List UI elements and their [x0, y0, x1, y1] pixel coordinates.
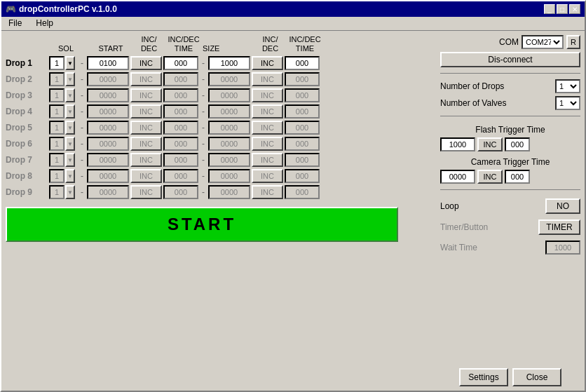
sol-input-1[interactable]: [49, 56, 64, 70]
dash-5: -: [79, 123, 86, 133]
app-icon: 🎮: [6, 4, 16, 14]
drop-row-6: Drop 6 ▼ - INC - INC: [6, 137, 435, 151]
sol-arrow-8: ▼: [65, 169, 75, 183]
header-size: SIZE: [203, 44, 210, 53]
menu-bar: File Help: [1, 17, 585, 31]
time2-input-8: [285, 169, 320, 183]
close-button-right[interactable]: Close: [512, 368, 561, 386]
dash-8: -: [79, 171, 86, 181]
flash-inc-button[interactable]: INC: [477, 137, 503, 151]
dash2-2: -: [200, 74, 207, 84]
settings-button[interactable]: Settings: [459, 368, 508, 386]
flash-value-input[interactable]: [440, 137, 475, 151]
drop-row-1: Drop 1 ▼ - INC - INC: [6, 56, 435, 70]
divider1: [440, 73, 580, 74]
flash-dec-input[interactable]: [505, 137, 530, 151]
flash-trigger-row: INC: [440, 137, 580, 151]
inc-btn2-3: INC: [252, 88, 283, 102]
wait-label: Wait Time: [440, 243, 477, 252]
loop-button[interactable]: NO: [545, 198, 580, 214]
start-input-8: [87, 169, 129, 183]
dash2-7: -: [200, 155, 207, 165]
start-input-1[interactable]: [87, 56, 129, 70]
inc-btn1-6: INC: [130, 137, 162, 151]
com-select[interactable]: COM27: [522, 35, 564, 49]
sol-input-7: [49, 153, 64, 167]
dash2-8: -: [200, 171, 207, 181]
time1-input-4: [163, 104, 198, 119]
time1-input-1[interactable]: [163, 56, 198, 70]
title-bar: 🎮 dropControllerPC v.1.0.0 _ □ ✕: [1, 1, 585, 17]
maximize-button[interactable]: □: [557, 4, 568, 14]
title-bar-controls: _ □ ✕: [544, 4, 580, 14]
close-button[interactable]: ✕: [569, 4, 580, 14]
drop-row-2: Drop 2 ▼ - INC - INC: [6, 72, 435, 86]
start-button[interactable]: START: [6, 207, 398, 242]
dash-7: -: [79, 155, 86, 165]
dash2-1: -: [200, 58, 207, 68]
com-row: COM COM27 R: [440, 35, 580, 49]
inc-btn1-5: INC: [130, 121, 162, 135]
wait-input[interactable]: [545, 241, 580, 255]
sol-arrow-7: ▼: [65, 153, 75, 167]
inc-btn1-3: INC: [130, 88, 162, 102]
sol-input-3: [49, 88, 64, 102]
time2-input-1[interactable]: [285, 56, 320, 70]
start-input-3: [87, 88, 129, 102]
timer-row: Timer/Button TIMER: [440, 219, 580, 235]
dash-9: -: [79, 187, 86, 197]
inc-btn1-1[interactable]: INC: [130, 56, 162, 70]
inc-btn2-9: INC: [252, 185, 283, 199]
size-input-8: [208, 169, 250, 183]
dash-6: -: [79, 139, 86, 149]
disconnect-button[interactable]: Dis-connect: [440, 52, 580, 67]
menu-help[interactable]: Help: [32, 18, 57, 29]
camera-value-input[interactable]: [440, 170, 475, 184]
time1-input-2: [163, 72, 198, 86]
timer-button[interactable]: TIMER: [538, 219, 580, 235]
time2-input-3: [285, 88, 320, 102]
menu-file[interactable]: File: [4, 18, 26, 29]
bottom-buttons: Settings Close: [440, 363, 580, 386]
camera-trigger-label: Camera Trigger Time: [440, 157, 580, 167]
timer-label: Timer/Button: [440, 222, 488, 232]
flash-trigger-label: Flash Trigger Time: [440, 125, 580, 135]
sol-wrap-3: ▼: [49, 88, 77, 102]
drop-label-8: Drop 8: [6, 171, 48, 181]
sol-wrap-6: ▼: [49, 137, 77, 151]
time1-input-8: [163, 169, 198, 183]
time2-input-6: [285, 137, 320, 151]
column-headers: SOL START INC/DEC INC/DECTIME SIZE INC/D…: [6, 35, 435, 53]
sol-arrow-9: ▼: [65, 185, 75, 199]
inc-btn2-6: INC: [252, 137, 283, 151]
size-input-1[interactable]: [208, 56, 250, 70]
start-input-4: [87, 104, 129, 119]
minimize-button[interactable]: _: [544, 4, 555, 14]
sol-wrap-7: ▼: [49, 153, 77, 167]
time1-input-6: [163, 137, 198, 151]
drop-label-3: Drop 3: [6, 90, 48, 100]
camera-trigger-row: INC: [440, 170, 580, 184]
sol-input-4: [49, 104, 64, 119]
sol-wrap-5: ▼: [49, 121, 77, 135]
drop-rows: Drop 1 ▼ - INC - INC Drop 2 ▼ - INC - IN…: [6, 56, 435, 201]
drop-label-1: Drop 1: [6, 58, 48, 68]
num-drops-row: Number of Drops 123: [440, 79, 580, 93]
r-button[interactable]: R: [566, 35, 580, 49]
num-valves-select[interactable]: 12: [555, 96, 580, 110]
inc-btn2-1[interactable]: INC: [252, 56, 283, 70]
camera-dec-input[interactable]: [505, 170, 530, 184]
sol-wrap-8: ▼: [49, 169, 77, 183]
time1-input-3: [163, 88, 198, 102]
com-label: COM: [499, 37, 519, 47]
dash-1: -: [79, 58, 86, 68]
drop-row-8: Drop 8 ▼ - INC - INC: [6, 169, 435, 183]
wait-row: Wait Time: [440, 241, 580, 255]
size-input-9: [208, 185, 250, 199]
camera-inc-button[interactable]: INC: [477, 170, 503, 184]
num-valves-row: Number of Valves 12: [440, 96, 580, 110]
header-sol: SOL: [52, 44, 80, 53]
sol-arrow-1[interactable]: ▼: [65, 56, 75, 70]
header-inc-dec-time1: INC/DECTIME: [166, 35, 201, 53]
num-drops-select[interactable]: 123: [555, 79, 580, 93]
